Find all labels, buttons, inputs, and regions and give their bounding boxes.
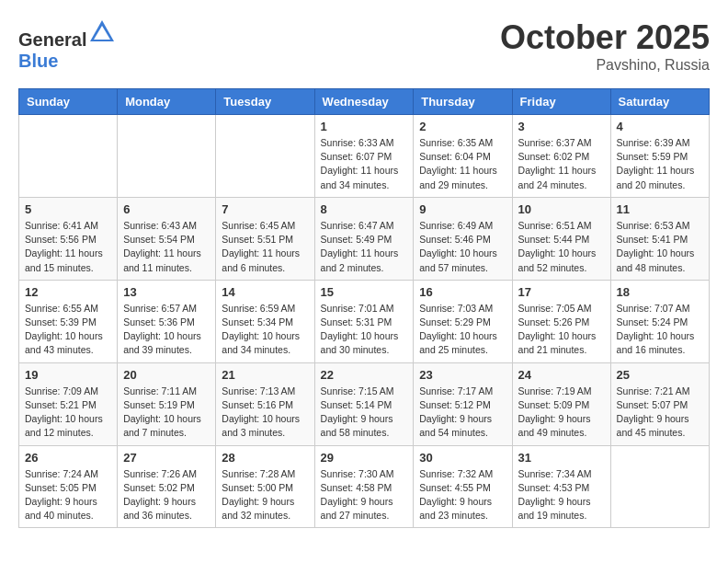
day-info: Sunrise: 6:47 AM Sunset: 5:49 PM Dayligh…: [321, 219, 408, 275]
day-info: Sunrise: 7:13 AM Sunset: 5:16 PM Dayligh…: [222, 385, 308, 441]
calendar-cell: 19Sunrise: 7:09 AM Sunset: 5:21 PM Dayli…: [19, 362, 118, 445]
calendar-cell: 24Sunrise: 7:19 AM Sunset: 5:09 PM Dayli…: [512, 362, 610, 445]
month-title: October 2025: [500, 18, 710, 57]
day-info: Sunrise: 7:05 AM Sunset: 5:26 PM Dayligh…: [518, 302, 605, 358]
weekday-header: Sunday: [19, 89, 118, 115]
day-info: Sunrise: 7:19 AM Sunset: 5:09 PM Dayligh…: [518, 385, 605, 441]
day-info: Sunrise: 6:41 AM Sunset: 5:56 PM Dayligh…: [25, 219, 111, 275]
calendar-cell: 22Sunrise: 7:15 AM Sunset: 5:14 PM Dayli…: [314, 362, 414, 445]
day-number: 16: [419, 285, 506, 299]
calendar-cell: 12Sunrise: 6:55 AM Sunset: 5:39 PM Dayli…: [19, 280, 118, 362]
calendar-table: SundayMondayTuesdayWednesdayThursdayFrid…: [18, 88, 710, 528]
day-info: Sunrise: 6:49 AM Sunset: 5:46 PM Dayligh…: [419, 219, 506, 275]
day-info: Sunrise: 6:43 AM Sunset: 5:54 PM Dayligh…: [123, 219, 210, 275]
day-number: 26: [25, 451, 111, 465]
calendar-cell: [610, 445, 709, 528]
day-number: 8: [321, 202, 408, 216]
weekday-header: Wednesday: [314, 89, 414, 115]
day-number: 5: [25, 202, 111, 216]
calendar-cell: 28Sunrise: 7:28 AM Sunset: 5:00 PM Dayli…: [216, 445, 314, 528]
day-info: Sunrise: 6:35 AM Sunset: 6:04 PM Dayligh…: [419, 136, 506, 192]
day-number: 6: [123, 202, 210, 216]
day-number: 31: [518, 451, 605, 465]
calendar-cell: 10Sunrise: 6:51 AM Sunset: 5:44 PM Dayli…: [512, 197, 610, 280]
calendar-cell: 15Sunrise: 7:01 AM Sunset: 5:31 PM Dayli…: [314, 280, 414, 362]
calendar-cell: 18Sunrise: 7:07 AM Sunset: 5:24 PM Dayli…: [610, 280, 709, 362]
calendar-cell: 11Sunrise: 6:53 AM Sunset: 5:41 PM Dayli…: [610, 197, 709, 280]
logo-icon: [88, 18, 116, 46]
day-number: 24: [518, 368, 605, 382]
day-info: Sunrise: 7:28 AM Sunset: 5:00 PM Dayligh…: [222, 467, 308, 523]
day-number: 18: [617, 285, 703, 299]
calendar-cell: 1Sunrise: 6:33 AM Sunset: 6:07 PM Daylig…: [314, 115, 414, 198]
day-number: 15: [321, 285, 408, 299]
weekday-header: Friday: [512, 89, 610, 115]
day-number: 10: [518, 202, 605, 216]
day-info: Sunrise: 7:17 AM Sunset: 5:12 PM Dayligh…: [419, 385, 506, 441]
week-row: 1Sunrise: 6:33 AM Sunset: 6:07 PM Daylig…: [19, 115, 710, 198]
day-info: Sunrise: 7:03 AM Sunset: 5:29 PM Dayligh…: [419, 302, 506, 358]
day-number: 22: [321, 368, 408, 382]
day-number: 27: [123, 451, 210, 465]
day-info: Sunrise: 7:09 AM Sunset: 5:21 PM Dayligh…: [25, 385, 111, 441]
day-info: Sunrise: 6:59 AM Sunset: 5:34 PM Dayligh…: [222, 302, 308, 358]
day-info: Sunrise: 7:15 AM Sunset: 5:14 PM Dayligh…: [321, 385, 408, 441]
weekday-header: Tuesday: [216, 89, 314, 115]
weekday-header-row: SundayMondayTuesdayWednesdayThursdayFrid…: [19, 89, 710, 115]
day-number: 25: [617, 368, 703, 382]
calendar-cell: 17Sunrise: 7:05 AM Sunset: 5:26 PM Dayli…: [512, 280, 610, 362]
calendar-cell: 4Sunrise: 6:39 AM Sunset: 5:59 PM Daylig…: [610, 115, 709, 198]
day-number: 2: [419, 120, 506, 133]
calendar-cell: 2Sunrise: 6:35 AM Sunset: 6:04 PM Daylig…: [414, 115, 512, 198]
week-row: 19Sunrise: 7:09 AM Sunset: 5:21 PM Dayli…: [19, 362, 710, 445]
calendar-cell: 26Sunrise: 7:24 AM Sunset: 5:05 PM Dayli…: [19, 445, 118, 528]
logo: General Blue: [18, 18, 116, 72]
day-info: Sunrise: 7:11 AM Sunset: 5:19 PM Dayligh…: [123, 385, 210, 441]
day-info: Sunrise: 7:26 AM Sunset: 5:02 PM Dayligh…: [123, 467, 210, 523]
title-section: October 2025 Pavshino, Russia: [500, 18, 710, 74]
weekday-header: Thursday: [414, 89, 512, 115]
page-header: General Blue October 2025 Pavshino, Russ…: [18, 18, 710, 74]
calendar-cell: [216, 115, 314, 198]
day-number: 28: [222, 451, 308, 465]
calendar-cell: [19, 115, 118, 198]
day-number: 11: [617, 202, 703, 216]
day-number: 20: [123, 368, 210, 382]
day-number: 4: [617, 120, 703, 133]
calendar-cell: [118, 115, 216, 198]
day-info: Sunrise: 6:55 AM Sunset: 5:39 PM Dayligh…: [25, 302, 111, 358]
calendar-cell: 16Sunrise: 7:03 AM Sunset: 5:29 PM Dayli…: [414, 280, 512, 362]
calendar-cell: 29Sunrise: 7:30 AM Sunset: 4:58 PM Dayli…: [314, 445, 414, 528]
week-row: 26Sunrise: 7:24 AM Sunset: 5:05 PM Dayli…: [19, 445, 710, 528]
day-number: 3: [518, 120, 605, 133]
calendar-cell: 31Sunrise: 7:34 AM Sunset: 4:53 PM Dayli…: [512, 445, 610, 528]
week-row: 5Sunrise: 6:41 AM Sunset: 5:56 PM Daylig…: [19, 197, 710, 280]
day-number: 29: [321, 451, 408, 465]
day-number: 21: [222, 368, 308, 382]
calendar-cell: 13Sunrise: 6:57 AM Sunset: 5:36 PM Dayli…: [118, 280, 216, 362]
day-info: Sunrise: 7:07 AM Sunset: 5:24 PM Dayligh…: [617, 302, 703, 358]
calendar-cell: 14Sunrise: 6:59 AM Sunset: 5:34 PM Dayli…: [216, 280, 314, 362]
day-info: Sunrise: 6:51 AM Sunset: 5:44 PM Dayligh…: [518, 219, 605, 275]
calendar-cell: 23Sunrise: 7:17 AM Sunset: 5:12 PM Dayli…: [414, 362, 512, 445]
day-info: Sunrise: 6:37 AM Sunset: 6:02 PM Dayligh…: [518, 136, 605, 192]
day-info: Sunrise: 7:21 AM Sunset: 5:07 PM Dayligh…: [617, 385, 703, 441]
day-info: Sunrise: 7:32 AM Sunset: 4:55 PM Dayligh…: [419, 467, 506, 523]
day-info: Sunrise: 6:45 AM Sunset: 5:51 PM Dayligh…: [222, 219, 308, 275]
calendar-cell: 25Sunrise: 7:21 AM Sunset: 5:07 PM Dayli…: [610, 362, 709, 445]
day-info: Sunrise: 7:24 AM Sunset: 5:05 PM Dayligh…: [25, 467, 111, 523]
day-number: 13: [123, 285, 210, 299]
day-number: 19: [25, 368, 111, 382]
day-info: Sunrise: 7:34 AM Sunset: 4:53 PM Dayligh…: [518, 467, 605, 523]
calendar-cell: 5Sunrise: 6:41 AM Sunset: 5:56 PM Daylig…: [19, 197, 118, 280]
day-info: Sunrise: 6:57 AM Sunset: 5:36 PM Dayligh…: [123, 302, 210, 358]
calendar-cell: 8Sunrise: 6:47 AM Sunset: 5:49 PM Daylig…: [314, 197, 414, 280]
day-number: 14: [222, 285, 308, 299]
calendar-cell: 7Sunrise: 6:45 AM Sunset: 5:51 PM Daylig…: [216, 197, 314, 280]
week-row: 12Sunrise: 6:55 AM Sunset: 5:39 PM Dayli…: [19, 280, 710, 362]
day-info: Sunrise: 6:39 AM Sunset: 5:59 PM Dayligh…: [617, 136, 703, 192]
calendar-cell: 20Sunrise: 7:11 AM Sunset: 5:19 PM Dayli…: [118, 362, 216, 445]
weekday-header: Saturday: [610, 89, 709, 115]
location-subtitle: Pavshino, Russia: [500, 57, 710, 74]
day-info: Sunrise: 7:30 AM Sunset: 4:58 PM Dayligh…: [321, 467, 408, 523]
